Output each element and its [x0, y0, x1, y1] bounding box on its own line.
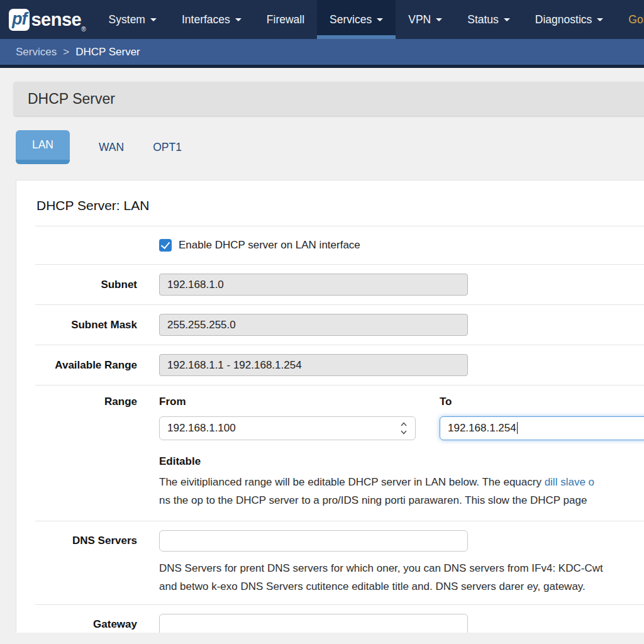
- editable-help-line1-text: The eivitiplianced range will be editabl…: [159, 476, 545, 488]
- nav-item-system[interactable]: System: [96, 0, 169, 39]
- tab-wan[interactable]: WAN: [99, 141, 124, 154]
- tab-opt1[interactable]: OPT1: [153, 141, 182, 154]
- editable-heading: Editable: [159, 455, 644, 468]
- dhcp-server-panel: DHCP Server: LAN Enable DHCP server on L…: [16, 180, 644, 633]
- available-range-label: Available Range: [35, 359, 137, 372]
- breadcrumb: Services > DHCP Server: [0, 39, 644, 65]
- available-range-field: 192.168.1.1 - 192.168.1.254: [159, 354, 468, 376]
- dns-help-line2: and betwo k-exo DNS Servers cutitence ed…: [159, 577, 644, 596]
- editable-help-line1: The eivitiplianced range will be editabl…: [159, 473, 644, 491]
- dns-servers-row: DNS Servers DNS Servers for prent DNS se…: [35, 521, 644, 604]
- subnet-mask-label: Subnet Mask: [35, 319, 137, 331]
- nav-item-diagnostics-label: Diagnostics: [535, 13, 592, 26]
- page-title: DHCP Server: [28, 91, 115, 108]
- chevron-down-icon: [504, 18, 510, 21]
- chevron-down-icon: [436, 18, 442, 21]
- subnet-label: Subnet: [35, 279, 137, 291]
- chevron-down-icon: [597, 18, 603, 21]
- tab-lan[interactable]: LAN: [16, 130, 70, 164]
- interface-tabs: LAN WAN OPT1: [16, 130, 644, 164]
- dns-servers-input[interactable]: [159, 530, 468, 552]
- pfsense-logo[interactable]: pf sense ®: [9, 0, 86, 39]
- nav-item-firewall[interactable]: Firewall: [254, 0, 317, 39]
- range-row: Range From 192.168.1.100: [35, 385, 644, 521]
- pfsense-logo-pf-box: pf: [9, 9, 30, 31]
- nav-item-services-label: Services: [330, 13, 372, 26]
- nav-item-interfaces-label: Interfaces: [182, 13, 230, 26]
- nav-item-vpn[interactable]: VPN: [396, 0, 455, 39]
- editable-help-line2: ns the op to the DHCP server to a pro/ID…: [159, 491, 644, 509]
- range-to-value: 192.168.1.254: [448, 422, 516, 434]
- gateway-input[interactable]: [159, 614, 468, 633]
- dns-help-line1: DNS Servers for prent DNS servers for wh…: [159, 559, 644, 577]
- dns-servers-label: DNS Servers: [35, 530, 137, 596]
- subnet-row: Subnet 192.168.1.0: [35, 264, 644, 304]
- pfsense-logo-pf-text: pf: [12, 9, 26, 28]
- pfsense-logo-registered-mark: ®: [81, 26, 86, 33]
- subnet-mask-row: Subnet Mask 255.255.255.0: [35, 304, 644, 345]
- enable-dhcp-checkbox[interactable]: [159, 239, 172, 252]
- range-from-input[interactable]: 192.168.1.100: [159, 416, 416, 440]
- panel-title: DHCP Server: LAN: [36, 198, 644, 213]
- number-spinner-icon[interactable]: [398, 420, 409, 436]
- editable-help-link[interactable]: dill slave o: [545, 476, 594, 488]
- nav-item-status-label: Status: [467, 13, 499, 26]
- subnet-field: 192.168.1.0: [159, 274, 468, 296]
- breadcrumb-bottom-edge: [0, 65, 644, 68]
- available-range-row: Available Range 192.168.1.1 - 192.168.1.…: [35, 345, 644, 385]
- tab-lan-label: LAN: [32, 138, 53, 152]
- nav-item-system-label: System: [109, 13, 145, 26]
- top-navbar: pf sense ® System Interfaces Firewall Se…: [0, 0, 644, 39]
- chevron-down-icon: [235, 18, 242, 21]
- nav-item-interfaces[interactable]: Interfaces: [169, 0, 254, 39]
- range-from-label: From: [159, 396, 416, 408]
- gateway-row: Gateway Gateway, enablies poir needious …: [35, 604, 644, 633]
- chevron-down-icon: [150, 18, 157, 21]
- range-label: Range: [35, 394, 137, 509]
- range-from-value: 192.168.1.100: [167, 422, 236, 434]
- gateway-label: Gateway: [35, 614, 137, 633]
- subnet-mask-field: 255.255.255.0: [159, 314, 468, 336]
- nav-item-diagnostics[interactable]: Diagnostics: [523, 0, 616, 39]
- pfsense-logo-sense-text: sense: [31, 9, 81, 30]
- range-to-label: To: [440, 396, 644, 408]
- breadcrumb-services-link[interactable]: Services: [16, 46, 57, 58]
- enable-dhcp-checkbox-label: Enable DHCP server on LAN interface: [179, 239, 360, 252]
- page-title-bar: DHCP Server: [14, 82, 644, 116]
- nav-item-services[interactable]: Services: [317, 0, 396, 39]
- text-cursor: [517, 422, 518, 434]
- enable-row: Enable DHCP server on LAN interface: [35, 226, 644, 264]
- nav-item-status[interactable]: Status: [455, 0, 523, 39]
- nav-item-gold[interactable]: Gold: [616, 0, 644, 39]
- chevron-down-icon: [377, 18, 383, 21]
- breadcrumb-current-page: DHCP Server: [75, 46, 140, 58]
- nav-item-firewall-label: Firewall: [267, 13, 304, 26]
- nav-item-gold-label: Gold: [628, 13, 644, 26]
- nav-item-vpn-label: VPN: [408, 13, 431, 26]
- range-to-input[interactable]: 192.168.1.254: [440, 416, 644, 440]
- breadcrumb-separator: >: [63, 46, 69, 58]
